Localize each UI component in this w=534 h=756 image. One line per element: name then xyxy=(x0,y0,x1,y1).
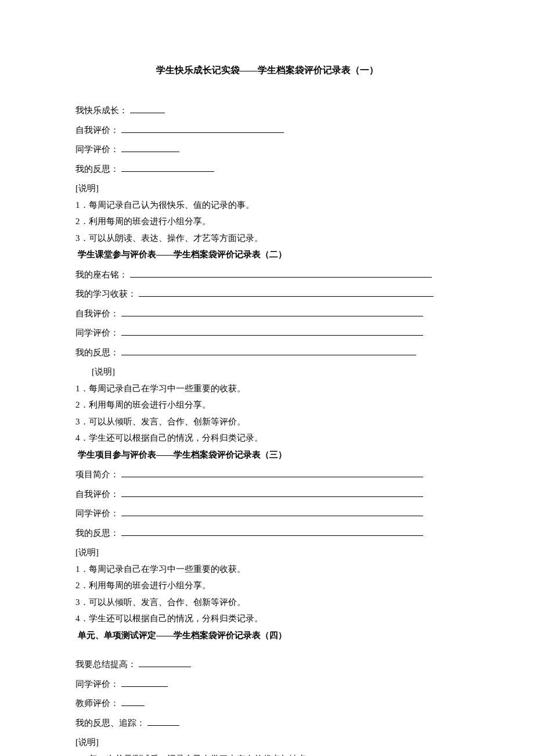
page-title: 学生快乐成长记实袋——学生档案袋评价记录表（一） xyxy=(75,63,459,78)
blank-line xyxy=(130,268,432,278)
label-gains: 我的学习收获： xyxy=(75,287,136,302)
field-self-eval: 自我评价： xyxy=(75,123,459,138)
field-reflection-track: 我的反思、追踪： xyxy=(75,716,459,731)
section-3: 项目简介： 自我评价： 同学评价： 我的反思： [说明] 1．每周记录自己在学习… xyxy=(75,464,459,627)
note-item: 1．每一次单元测试后，记录自己在学习中存在的优点与缺点。 xyxy=(75,752,459,756)
section-4-title: 单元、单项测试评定——学生档案袋评价记录表（四） xyxy=(75,628,459,643)
section-4: 我要总结提高： 同学评价： 教师评价： 我的反思、追踪： [说明] 1．每一次单… xyxy=(75,645,459,756)
section-3-title: 学生项目参与评价表——学生档案袋评价记录表（三） xyxy=(75,448,459,463)
blank-line xyxy=(130,105,165,114)
blank-line xyxy=(121,507,423,517)
blank-line xyxy=(121,307,423,316)
field-teacher-eval: 教师评价： xyxy=(75,696,459,711)
field-reflection: 我的反思： xyxy=(75,162,459,177)
note-header: [说明] xyxy=(75,365,459,380)
blank-line xyxy=(121,697,145,707)
label-reflection: 我的反思： xyxy=(75,345,119,361)
field-project-brief: 项目简介： xyxy=(75,467,459,483)
label-project-brief: 项目简介： xyxy=(75,467,119,483)
label-reflection: 我的反思： xyxy=(75,162,119,177)
note-item: 2．利用每周的班会进行小组分享。 xyxy=(75,214,459,229)
label-peer-eval: 同学评价： xyxy=(75,326,119,341)
blank-line xyxy=(121,327,423,336)
field-motto: 我的座右铭： xyxy=(75,268,459,283)
field-self-eval: 自我评价： xyxy=(75,487,459,502)
field-reflection: 我的反思： xyxy=(75,526,459,541)
field-gains: 我的学习收获： xyxy=(75,287,459,302)
blank-line xyxy=(121,488,423,497)
label-peer-eval: 同学评价： xyxy=(75,677,119,692)
section-2: 我的座右铭： 我的学习收获： 自我评价： 同学评价： 我的反思： [说明] 1．… xyxy=(75,264,459,446)
label-self-eval: 自我评价： xyxy=(75,123,119,138)
blank-line xyxy=(121,346,416,355)
section-1: 我快乐成长： 自我评价： 同学评价： 我的反思： [说明] 1．每周记录自己认为… xyxy=(75,103,459,246)
blank-line xyxy=(139,288,434,297)
blank-line xyxy=(121,163,214,172)
note-item: 3．可以从倾听、发言、合作、创新等评价。 xyxy=(75,595,459,610)
note-header: [说明] xyxy=(75,181,459,196)
label-reflection-track: 我的反思、追踪： xyxy=(75,716,145,731)
field-peer-eval: 同学评价： xyxy=(75,506,459,521)
blank-line xyxy=(121,527,423,536)
blank-line xyxy=(147,717,179,726)
blank-line xyxy=(121,469,423,478)
blank-line xyxy=(121,143,179,153)
note-item: 1．每周记录自己在学习中一些重要的收获。 xyxy=(75,381,459,397)
blank-line xyxy=(121,124,284,133)
field-peer-eval: 同学评价： xyxy=(75,142,459,157)
section-2-title: 学生课堂参与评价表——学生档案袋评价记录表（二） xyxy=(75,247,459,262)
label-self-eval: 自我评价： xyxy=(75,307,119,322)
note-item: 2．利用每周的班会进行小组分享。 xyxy=(75,398,459,413)
note-item: 2．利用每周的班会进行小组分享。 xyxy=(75,578,459,593)
label-peer-eval: 同学评价： xyxy=(75,142,119,157)
note-header: [说明] xyxy=(75,545,459,560)
field-reflection: 我的反思： xyxy=(75,345,459,361)
label-self-eval: 自我评价： xyxy=(75,487,119,502)
field-peer-eval: 同学评价： xyxy=(75,326,459,341)
label-peer-eval: 同学评价： xyxy=(75,506,119,521)
field-self-eval: 自我评价： xyxy=(75,307,459,322)
note-item: 3．可以从倾听、发言、合作、创新等评价。 xyxy=(75,415,459,430)
blank-line xyxy=(139,658,191,668)
label-teacher-eval: 教师评价： xyxy=(75,696,119,711)
note-item: 4．学生还可以根据自己的情况，分科归类记录。 xyxy=(75,611,459,627)
label-motto: 我的座右铭： xyxy=(75,268,128,283)
note-item: 3．可以从朗读、表达、操作、才艺等方面记录。 xyxy=(75,231,459,246)
blank-line xyxy=(121,678,168,687)
field-peer-eval: 同学评价： xyxy=(75,677,459,692)
note-item: 1．每周记录自己在学习中一些重要的收获。 xyxy=(75,562,459,577)
note-header: [说明] xyxy=(75,735,459,750)
note-item: 1．每周记录自己认为很快乐、值的记录的事。 xyxy=(75,198,459,213)
label-improve: 我要总结提高： xyxy=(75,657,136,672)
field-improve: 我要总结提高： xyxy=(75,657,459,672)
label-reflection: 我的反思： xyxy=(75,526,119,541)
note-item: 4．学生还可以根据自己的情况，分科归类记录。 xyxy=(75,431,459,446)
label-happy-growth: 我快乐成长： xyxy=(75,103,128,118)
field-happy-growth: 我快乐成长： xyxy=(75,103,459,118)
